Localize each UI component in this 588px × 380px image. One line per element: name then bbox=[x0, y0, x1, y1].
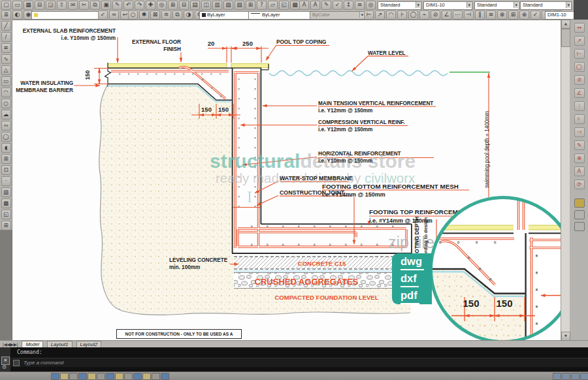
layer-list-combobox[interactable] bbox=[31, 11, 104, 20]
grid-toggle[interactable] bbox=[60, 373, 69, 380]
dim-angular-icon[interactable]: ∠ bbox=[574, 88, 585, 98]
dim-text-icon[interactable]: A bbox=[574, 166, 585, 176]
region-icon[interactable]: ◱ bbox=[1, 210, 11, 219]
properties-icon[interactable]: ▤ bbox=[190, 1, 200, 10]
pdf-badge[interactable]: pdf bbox=[392, 287, 432, 304]
justify-text-icon[interactable]: ≡ bbox=[355, 1, 365, 10]
dim-continue-icon[interactable]: ⊣ bbox=[574, 127, 585, 137]
annotation-monitor-toggle[interactable] bbox=[161, 373, 169, 380]
mtext-icon[interactable]: A bbox=[310, 1, 320, 10]
ducs-toggle[interactable] bbox=[106, 373, 114, 380]
layer-walk-icon[interactable]: ≋ bbox=[161, 10, 171, 20]
design-center-icon[interactable]: ◫ bbox=[201, 1, 211, 10]
dxf-badge[interactable]: dxf bbox=[392, 270, 432, 287]
transparency-toggle[interactable] bbox=[133, 373, 142, 380]
plot-preview-icon[interactable]: ◲ bbox=[46, 1, 56, 10]
lwt-toggle[interactable] bbox=[124, 373, 133, 380]
properties-ii-icon[interactable] bbox=[574, 222, 585, 231]
rectangle-icon[interactable]: ▭ bbox=[1, 76, 11, 86]
dim-arc-length-icon[interactable]: ◠ bbox=[386, 10, 396, 20]
annotation-scale[interactable] bbox=[580, 373, 588, 380]
layer-properties-icon[interactable]: ≣ bbox=[1, 10, 11, 20]
zoom-realtime-icon[interactable]: ◎ bbox=[157, 1, 167, 10]
command-input[interactable]: Type a command bbox=[24, 360, 63, 366]
dim-aligned-icon[interactable]: ↗ bbox=[574, 36, 585, 46]
layers-ii-icon[interactable] bbox=[574, 210, 585, 219]
dim-style-combobox[interactable]: DIM1-10 bbox=[423, 1, 472, 10]
publish-icon[interactable]: ⇧ bbox=[57, 1, 67, 10]
otrack-toggle[interactable] bbox=[97, 373, 105, 380]
line-icon[interactable]: ╱ bbox=[1, 21, 11, 31]
dim-break-icon[interactable]: ⊗ bbox=[497, 10, 507, 20]
cut-icon[interactable]: ✂ bbox=[79, 1, 89, 10]
table-style-combobox[interactable]: Standard bbox=[474, 1, 519, 10]
layer-states-icon[interactable]: ◐ bbox=[12, 10, 22, 20]
zoom-window-icon[interactable]: ⊞ bbox=[168, 1, 178, 10]
blend-icon[interactable]: ◑ bbox=[184, 10, 193, 20]
find-text-icon[interactable]: ◎ bbox=[366, 1, 376, 10]
paste-icon[interactable]: ▣ bbox=[101, 1, 111, 10]
tool-palettes-icon[interactable]: ▥ bbox=[212, 1, 222, 10]
quick-calc-icon[interactable]: ⊞ bbox=[246, 1, 255, 10]
plotstyle-control-combobox[interactable]: ByColor bbox=[310, 11, 365, 20]
osnap-toggle[interactable] bbox=[88, 373, 96, 380]
new-icon[interactable]: ▢ bbox=[1, 1, 11, 10]
redo-icon[interactable]: ↷ bbox=[135, 1, 144, 10]
dim-baseline-icon[interactable]: ⊦ bbox=[574, 114, 585, 124]
markup-icon[interactable]: ▨ bbox=[235, 1, 244, 10]
polar-toggle[interactable] bbox=[78, 373, 87, 380]
quick-view-drawings[interactable] bbox=[571, 373, 580, 380]
scroll-up-icon[interactable]: ▲ bbox=[561, 20, 570, 29]
tolerance-icon[interactable]: ⊞ bbox=[508, 10, 518, 20]
ellipse-arc-icon[interactable]: ◖ bbox=[1, 143, 11, 153]
sheet-set-icon[interactable]: ▧ bbox=[223, 1, 233, 10]
dim-continue-icon[interactable]: ‖ bbox=[475, 10, 485, 20]
multiline-icon[interactable]: ≡ bbox=[1, 43, 11, 53]
dyn-toggle[interactable] bbox=[115, 373, 123, 380]
dim-radius-icon[interactable]: ◯ bbox=[408, 10, 418, 20]
model-space-toggle[interactable] bbox=[553, 373, 561, 380]
hatch-icon[interactable]: ▩ bbox=[290, 1, 300, 10]
center-mark-icon[interactable]: ⊕ bbox=[574, 153, 585, 163]
construction-line-icon[interactable]: ∕ bbox=[1, 32, 11, 42]
leader-icon[interactable]: ✎ bbox=[574, 140, 585, 150]
insert-block-icon[interactable]: ⊞ bbox=[1, 154, 11, 164]
xref-icon[interactable]: ⧉ bbox=[172, 10, 182, 20]
ellipse-icon[interactable]: ◯ bbox=[1, 132, 11, 142]
layer-lock-icon[interactable]: ⊠ bbox=[150, 10, 160, 20]
gradient-icon[interactable]: ▩ bbox=[1, 198, 11, 208]
block-icon[interactable]: ▱ bbox=[268, 1, 278, 10]
point-icon[interactable]: · bbox=[1, 176, 11, 186]
annotation-icon[interactable] bbox=[574, 198, 585, 208]
quick-properties-toggle[interactable] bbox=[142, 373, 151, 380]
dim-ordinate-icon[interactable]: ⊢ bbox=[574, 49, 585, 59]
dim-inspect-icon[interactable]: ✓ bbox=[531, 10, 540, 20]
table-tool-icon[interactable]: ⊞ bbox=[1, 221, 11, 230]
revision-cloud-icon[interactable]: ☁ bbox=[1, 110, 11, 119]
quick-dim-icon[interactable]: ⋮ bbox=[574, 101, 585, 111]
polygon-icon[interactable]: △ bbox=[1, 65, 11, 75]
dim-diameter-icon[interactable]: ⊘ bbox=[431, 10, 440, 20]
dim-space-icon[interactable]: ≡ bbox=[486, 10, 496, 20]
text-style-combobox[interactable]: Standard bbox=[378, 1, 421, 10]
text-height-icon[interactable]: ↕ bbox=[344, 1, 353, 10]
tab-navigation[interactable]: |◀◀▶▶| bbox=[3, 342, 18, 347]
command-input-row[interactable]: Type a command bbox=[10, 358, 588, 367]
etransmit-icon[interactable]: ✉ bbox=[68, 1, 78, 10]
dim-jogged-icon[interactable]: ⌁ bbox=[419, 10, 429, 20]
dim-aligned-icon[interactable]: ↗ bbox=[375, 10, 385, 20]
dim-radius-icon[interactable]: ◯ bbox=[574, 62, 585, 72]
zoom-previous-icon[interactable]: ⊟ bbox=[179, 1, 189, 10]
plot-icon[interactable]: ⊟ bbox=[35, 1, 44, 10]
open-icon[interactable]: ▭ bbox=[12, 1, 22, 10]
layer-match-icon[interactable]: ≈ bbox=[109, 10, 119, 20]
circle-icon[interactable]: ○ bbox=[1, 99, 11, 108]
help-icon[interactable]: ? bbox=[257, 1, 267, 10]
save-icon[interactable]: ▦ bbox=[24, 1, 33, 10]
selection-cycling-toggle[interactable] bbox=[152, 373, 160, 380]
last-tab-icon[interactable]: ▶| bbox=[14, 342, 18, 347]
dim-baseline-icon[interactable]: ⊣ bbox=[464, 10, 474, 20]
linetype-control-combobox[interactable]: ByLayer bbox=[248, 11, 316, 20]
dim-update-icon[interactable]: ⟳ bbox=[574, 180, 585, 189]
text-style-icon[interactable]: A bbox=[299, 1, 309, 10]
